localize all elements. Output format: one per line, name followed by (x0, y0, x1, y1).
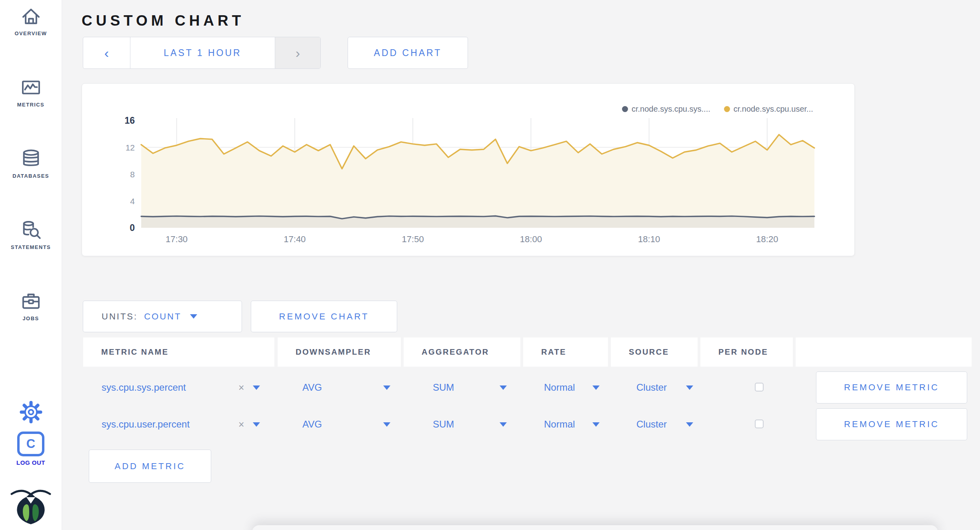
time-range-label[interactable]: LAST 1 HOUR (130, 37, 275, 68)
svg-text:4: 4 (130, 197, 135, 206)
remove-metric-button[interactable]: REMOVE METRIC (816, 371, 967, 404)
legend-dot-icon (724, 106, 730, 112)
column-header-rate: RATE (523, 337, 608, 367)
per-node-checkbox[interactable] (755, 420, 764, 428)
svg-text:17:50: 17:50 (402, 234, 424, 244)
source-caret-icon[interactable] (686, 422, 693, 427)
metric-name-value[interactable]: sys.cpu.user.percent (102, 408, 190, 440)
sidebar: OVERVIEW METRICS DATABASES (0, 0, 62, 530)
units-label: UNITS: (102, 311, 138, 322)
source-select[interactable]: Cluster (636, 371, 667, 404)
column-header-actions (796, 337, 972, 367)
metric-row: sys.cpu.user.percent×AVGSUMNormalCluster… (0, 408, 980, 440)
legend-item: cr.node.sys.cpu.user... (724, 104, 813, 114)
source-caret-icon[interactable] (686, 385, 693, 390)
settings-button[interactable] (0, 401, 62, 424)
column-header-metric-name: METRIC NAME (83, 337, 274, 367)
home-icon (20, 5, 42, 28)
next-chart-shadow (252, 525, 938, 530)
column-header-source: SOURCE (611, 337, 698, 367)
remove-chart-button[interactable]: REMOVE CHART (251, 301, 397, 332)
sidebar-item-jobs[interactable]: JOBS (0, 290, 62, 321)
time-range-selector: ‹ LAST 1 HOUR › (83, 37, 321, 69)
downsampler-caret-icon[interactable] (383, 422, 390, 427)
sidebar-item-metrics[interactable]: METRICS (0, 76, 62, 108)
briefcase-icon (20, 290, 42, 313)
legend-dot-icon (622, 106, 628, 112)
gear-icon (20, 401, 42, 424)
remove-metric-button[interactable]: REMOVE METRIC (816, 408, 967, 440)
legend-item: cr.node.sys.cpu.sys.... (622, 104, 710, 114)
metric-name-value[interactable]: sys.cpu.sys.percent (102, 371, 186, 404)
cockroach-bug-icon (9, 488, 53, 524)
sidebar-item-label: OVERVIEW (14, 30, 47, 36)
rate-caret-icon[interactable] (592, 385, 600, 390)
chart-legend: cr.node.sys.cpu.sys....cr.node.sys.cpu.u… (622, 104, 813, 114)
chart-card: cr.node.sys.cpu.sys....cr.node.sys.cpu.u… (82, 83, 855, 256)
metric-select-caret-icon[interactable] (253, 422, 260, 427)
units-value: COUNT (144, 311, 181, 322)
aggregator-select[interactable]: SUM (433, 408, 454, 440)
per-node-checkbox[interactable] (755, 383, 764, 391)
legend-label: cr.node.sys.cpu.user... (734, 104, 813, 114)
svg-text:18:10: 18:10 (638, 234, 660, 244)
rate-caret-icon[interactable] (592, 422, 600, 427)
metrics-icon (20, 76, 42, 99)
aggregator-select[interactable]: SUM (433, 371, 454, 404)
time-range-next-button[interactable]: › (275, 37, 320, 68)
clear-metric-button[interactable]: × (238, 408, 244, 440)
svg-text:17:30: 17:30 (166, 234, 188, 244)
metric-select-caret-icon[interactable] (253, 385, 260, 390)
legend-label: cr.node.sys.cpu.sys.... (632, 104, 710, 114)
sidebar-item-label: DATABASES (12, 173, 49, 179)
svg-text:17:40: 17:40 (284, 234, 306, 244)
svg-text:18:20: 18:20 (756, 234, 778, 244)
custom-chart-page: OVERVIEW METRICS DATABASES (0, 0, 980, 530)
metric-row: sys.cpu.sys.percent×AVGSUMNormalClusterR… (0, 371, 980, 404)
page-title: CUSTOM CHART (82, 12, 244, 29)
units-dropdown[interactable]: UNITS: COUNT (83, 301, 242, 332)
aggregator-caret-icon[interactable] (500, 422, 507, 427)
aggregator-caret-icon[interactable] (500, 385, 507, 390)
sidebar-item-label: STATEMENTS (11, 244, 51, 250)
svg-text:0: 0 (130, 223, 135, 233)
sidebar-item-overview[interactable]: OVERVIEW (0, 5, 62, 36)
add-chart-button[interactable]: ADD CHART (348, 37, 468, 69)
sidebar-item-statements[interactable]: STATEMENTS (0, 219, 62, 250)
downsampler-select[interactable]: AVG (302, 371, 322, 404)
svg-text:18:00: 18:00 (520, 234, 542, 244)
rate-select[interactable]: Normal (544, 408, 575, 440)
source-select[interactable]: Cluster (636, 408, 667, 440)
svg-text:16: 16 (124, 115, 135, 126)
downsampler-caret-icon[interactable] (383, 385, 390, 390)
sidebar-item-label: JOBS (22, 315, 39, 321)
cockroach-logo[interactable] (0, 488, 62, 524)
svg-text:12: 12 (126, 143, 135, 152)
column-header-per-node: PER NODE (700, 337, 793, 367)
rate-select[interactable]: Normal (544, 371, 575, 404)
column-header-aggregator: AGGREGATOR (404, 337, 520, 367)
sidebar-item-databases[interactable]: DATABASES (0, 147, 62, 179)
chevron-down-icon (190, 314, 197, 319)
column-header-downsampler: DOWNSAMPLER (278, 337, 401, 367)
logout-button[interactable]: C LOG OUT (0, 432, 62, 466)
clear-metric-button[interactable]: × (238, 371, 244, 404)
sidebar-item-label: METRICS (17, 102, 44, 108)
logout-label: LOG OUT (16, 459, 45, 466)
database-icon (20, 147, 42, 170)
statements-icon (20, 219, 42, 241)
svg-text:8: 8 (130, 170, 135, 179)
cockroach-c-icon: C (17, 432, 44, 456)
downsampler-select[interactable]: AVG (302, 408, 322, 440)
time-range-prev-button[interactable]: ‹ (83, 37, 130, 68)
add-metric-button[interactable]: ADD METRIC (89, 450, 211, 483)
